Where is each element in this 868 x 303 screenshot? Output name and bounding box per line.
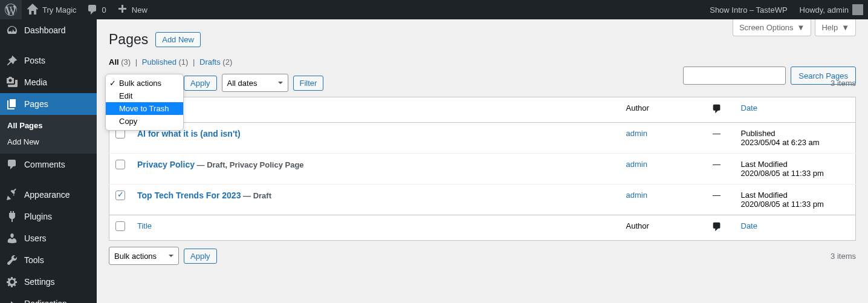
bulk-actions-dropdown: Bulk actions Edit Move to Trash Copy xyxy=(105,74,184,131)
account-menu[interactable]: Howdy, admin xyxy=(795,4,863,15)
post-state: — Draft xyxy=(241,191,271,200)
home-icon xyxy=(27,4,39,16)
page-title: Pages xyxy=(109,31,148,48)
comment-icon xyxy=(711,103,722,114)
settings-icon xyxy=(6,276,18,288)
column-date[interactable]: Date xyxy=(741,103,757,112)
comments-cell: — xyxy=(699,154,735,184)
plus-icon xyxy=(116,4,128,16)
sidebar-item-plugins[interactable]: Plugins xyxy=(0,206,97,227)
comments-link[interactable]: 0 xyxy=(82,0,111,19)
comment-icon xyxy=(6,158,18,171)
screen-options-toggle[interactable]: Screen Options ▼ xyxy=(733,19,811,36)
show-intro-link[interactable]: Show Intro – TasteWP xyxy=(710,5,787,15)
page-icon xyxy=(6,98,18,110)
site-name: Try Magic xyxy=(42,5,77,15)
date-filter-select[interactable]: All dates xyxy=(222,74,288,92)
filter-drafts[interactable]: Drafts xyxy=(199,57,221,67)
column-date-bottom[interactable]: Date xyxy=(741,221,757,230)
sidebar-item-posts[interactable]: Posts xyxy=(0,50,97,71)
comment-icon xyxy=(711,221,722,232)
sidebar-item-pages[interactable]: Pages xyxy=(0,93,97,115)
author-link[interactable]: admin xyxy=(626,129,647,138)
author-link[interactable]: admin xyxy=(626,160,647,169)
items-count: 3 items xyxy=(831,79,856,88)
new-label: New xyxy=(132,5,147,15)
new-content[interactable]: New xyxy=(111,0,152,19)
comments-cell: — xyxy=(699,184,735,215)
tools-icon xyxy=(6,254,18,266)
admin-sidebar: Dashboard Posts Media Pages All Pages Ad… xyxy=(0,19,97,303)
items-count-bottom: 3 items xyxy=(831,252,856,261)
filter-button[interactable]: Filter xyxy=(293,76,324,91)
column-author-bottom: Author xyxy=(626,221,649,230)
column-author: Author xyxy=(626,103,649,112)
date-cell: Last Modified2020/08/05 at 11:33 pm xyxy=(735,184,856,215)
comments-cell: — xyxy=(699,123,735,154)
table-row: Top Tech Trends For 2023 — Draft admin —… xyxy=(109,184,856,215)
pages-table: Title Author Date AI for what it is (and… xyxy=(109,97,856,241)
dropdown-option-bulk[interactable]: Bulk actions xyxy=(106,77,183,90)
author-link[interactable]: admin xyxy=(626,191,647,200)
add-new-button[interactable]: Add New xyxy=(155,32,201,47)
media-icon xyxy=(6,76,18,88)
dropdown-option-edit[interactable]: Edit xyxy=(106,90,183,102)
sidebar-item-settings[interactable]: Settings xyxy=(0,271,97,293)
wordpress-icon xyxy=(5,4,17,16)
sidebar-item-users[interactable]: Users xyxy=(0,227,97,249)
date-cell: Last Modified2020/08/05 at 11:33 pm xyxy=(735,154,856,184)
row-checkbox[interactable] xyxy=(115,160,125,169)
page-title-link[interactable]: Privacy Policy xyxy=(137,160,195,169)
wp-logo[interactable] xyxy=(0,0,22,19)
select-all-checkbox-bottom[interactable] xyxy=(115,221,125,231)
table-row: Privacy Policy — Draft, Privacy Policy P… xyxy=(109,154,856,184)
plugin-icon xyxy=(6,210,18,223)
dropdown-option-copy[interactable]: Copy xyxy=(106,115,183,128)
sidebar-subitem-add-new[interactable]: Add New xyxy=(0,134,97,154)
pin-icon xyxy=(6,54,18,67)
dropdown-option-trash[interactable]: Move to Trash xyxy=(106,102,183,115)
sidebar-item-tools[interactable]: Tools xyxy=(0,249,97,271)
column-title-bottom[interactable]: Title xyxy=(137,221,152,230)
bulk-actions-select-bottom[interactable]: Bulk actions xyxy=(109,247,179,265)
sidebar-item-comments[interactable]: Comments xyxy=(0,154,97,175)
filter-all[interactable]: All (3) xyxy=(109,57,131,67)
apply-bulk-button[interactable]: Apply xyxy=(184,76,217,91)
main-content: Screen Options ▼ Help ▼ Pages Add New Al… xyxy=(97,19,868,277)
date-cell: Published2023/05/04 at 6:23 am xyxy=(735,123,856,154)
redirection-icon xyxy=(6,298,18,303)
filter-links: All (3) | Published (1) | Drafts (2) xyxy=(109,57,856,67)
chevron-down-icon: ▼ xyxy=(797,23,805,32)
appearance-icon xyxy=(6,189,18,201)
sidebar-subitem-all-pages[interactable]: All Pages xyxy=(0,115,97,134)
sidebar-item-media[interactable]: Media xyxy=(0,71,97,93)
sidebar-item-dashboard[interactable]: Dashboard xyxy=(0,19,97,41)
post-state: — Draft, Privacy Policy Page xyxy=(195,160,304,169)
sidebar-item-redirection[interactable]: Redirection xyxy=(0,293,97,303)
comment-count: 0 xyxy=(102,5,106,15)
filter-published[interactable]: Published xyxy=(142,57,177,67)
users-icon xyxy=(6,232,18,244)
howdy-text: Howdy, admin xyxy=(800,5,849,15)
page-title-link[interactable]: Top Tech Trends For 2023 xyxy=(137,191,241,200)
table-row: AI for what it is (and isn't) admin — Pu… xyxy=(109,123,856,154)
admin-bar: Try Magic 0 New Show Intro – TasteWP How… xyxy=(0,0,868,19)
dashboard-icon xyxy=(6,24,18,36)
site-home[interactable]: Try Magic xyxy=(22,0,82,19)
comment-icon xyxy=(86,4,99,16)
apply-bulk-button-bottom[interactable]: Apply xyxy=(184,249,217,264)
row-checkbox[interactable] xyxy=(115,191,125,200)
sidebar-item-appearance[interactable]: Appearance xyxy=(0,184,97,206)
chevron-down-icon: ▼ xyxy=(841,23,849,32)
help-toggle[interactable]: Help ▼ xyxy=(815,19,856,36)
avatar xyxy=(852,4,863,15)
